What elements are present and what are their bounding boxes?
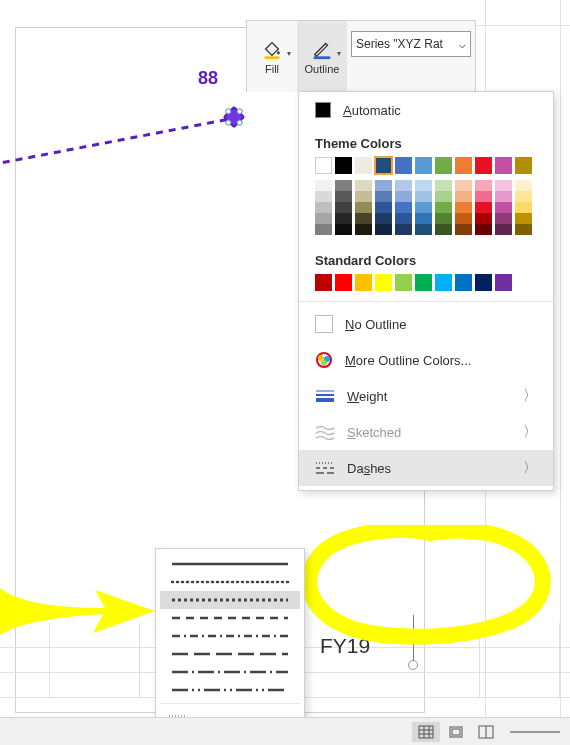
color-swatch[interactable]: [355, 191, 372, 202]
color-swatch[interactable]: [515, 224, 532, 235]
color-swatch[interactable]: [515, 213, 532, 224]
dash-option-dash-dot[interactable]: [160, 627, 300, 645]
color-swatch[interactable]: [375, 213, 392, 224]
color-swatch[interactable]: [355, 224, 372, 235]
dash-option-square-dot[interactable]: [160, 591, 300, 609]
color-swatch[interactable]: [455, 224, 472, 235]
no-outline-item[interactable]: No Outline: [299, 306, 553, 342]
color-swatch[interactable]: [375, 191, 392, 202]
color-swatch[interactable]: [415, 202, 432, 213]
color-swatch[interactable]: [355, 157, 372, 174]
view-page-layout-button[interactable]: [442, 722, 470, 742]
color-swatch[interactable]: [455, 202, 472, 213]
color-swatch[interactable]: [495, 274, 512, 291]
color-swatch[interactable]: [335, 157, 352, 174]
color-swatch[interactable]: [475, 191, 492, 202]
dash-option-dash[interactable]: [160, 609, 300, 627]
color-swatch[interactable]: [435, 274, 452, 291]
outline-button[interactable]: ▾ Outline: [297, 21, 347, 91]
color-swatch[interactable]: [355, 180, 372, 191]
color-swatch[interactable]: [335, 213, 352, 224]
color-swatch[interactable]: [375, 274, 392, 291]
color-swatch[interactable]: [475, 202, 492, 213]
zoom-slider[interactable]: [510, 731, 560, 733]
color-swatch[interactable]: [415, 274, 432, 291]
color-swatch[interactable]: [415, 224, 432, 235]
chart-element-selector[interactable]: Series "XYZ Rat ⌵: [351, 31, 471, 57]
color-swatch[interactable]: [335, 224, 352, 235]
dash-option-long-dash-dot-dot[interactable]: [160, 681, 300, 699]
color-swatch[interactable]: [475, 224, 492, 235]
chart-data-label[interactable]: 88: [198, 68, 218, 89]
color-swatch[interactable]: [395, 274, 412, 291]
color-swatch[interactable]: [435, 191, 452, 202]
color-swatch[interactable]: [315, 274, 332, 291]
color-swatch[interactable]: [415, 191, 432, 202]
color-swatch[interactable]: [515, 157, 532, 174]
color-swatch[interactable]: [495, 191, 512, 202]
color-swatch[interactable]: [455, 157, 472, 174]
color-swatch[interactable]: [315, 157, 332, 174]
color-swatch[interactable]: [475, 157, 492, 174]
color-swatch[interactable]: [495, 224, 512, 235]
color-swatch[interactable]: [395, 213, 412, 224]
automatic-color-item[interactable]: Automatic: [299, 92, 553, 128]
color-swatch[interactable]: [455, 180, 472, 191]
color-swatch[interactable]: [355, 202, 372, 213]
weight-item[interactable]: Weight 〉: [299, 378, 553, 414]
color-swatch[interactable]: [395, 224, 412, 235]
color-swatch[interactable]: [315, 191, 332, 202]
color-swatch[interactable]: [435, 224, 452, 235]
color-swatch[interactable]: [435, 202, 452, 213]
color-swatch[interactable]: [515, 180, 532, 191]
color-swatch[interactable]: [495, 157, 512, 174]
color-swatch[interactable]: [415, 213, 432, 224]
axis-category-label[interactable]: FY19: [320, 634, 370, 658]
color-swatch[interactable]: [455, 274, 472, 291]
color-swatch[interactable]: [335, 274, 352, 291]
color-swatch[interactable]: [355, 213, 372, 224]
theme-color-shades: [299, 180, 553, 245]
dash-option-round-dot[interactable]: [160, 573, 300, 591]
color-swatch[interactable]: [395, 157, 412, 174]
dash-option-long-dash-dot[interactable]: [160, 663, 300, 681]
color-swatch[interactable]: [335, 191, 352, 202]
color-swatch[interactable]: [475, 213, 492, 224]
color-swatch[interactable]: [315, 180, 332, 191]
color-swatch[interactable]: [515, 191, 532, 202]
color-swatch[interactable]: [355, 274, 372, 291]
dashes-item[interactable]: Dashes 〉: [299, 450, 553, 486]
color-swatch[interactable]: [455, 191, 472, 202]
view-page-break-button[interactable]: [472, 722, 500, 742]
color-swatch[interactable]: [375, 202, 392, 213]
color-swatch[interactable]: [395, 180, 412, 191]
more-outline-colors-item[interactable]: More Outline Colors...: [299, 342, 553, 378]
color-swatch[interactable]: [375, 157, 392, 174]
color-swatch[interactable]: [335, 180, 352, 191]
color-swatch[interactable]: [315, 202, 332, 213]
color-swatch[interactable]: [415, 157, 432, 174]
color-swatch[interactable]: [315, 213, 332, 224]
color-swatch[interactable]: [475, 180, 492, 191]
color-swatch[interactable]: [375, 180, 392, 191]
color-swatch[interactable]: [435, 180, 452, 191]
color-swatch[interactable]: [435, 157, 452, 174]
color-swatch[interactable]: [335, 202, 352, 213]
color-swatch[interactable]: [375, 224, 392, 235]
color-swatch[interactable]: [495, 213, 512, 224]
color-swatch[interactable]: [315, 224, 332, 235]
color-swatch[interactable]: [495, 202, 512, 213]
color-swatch[interactable]: [395, 191, 412, 202]
fill-button[interactable]: ▾ Fill: [247, 21, 297, 91]
dash-option-solid[interactable]: [160, 555, 300, 573]
color-swatch[interactable]: [475, 274, 492, 291]
color-swatch[interactable]: [435, 213, 452, 224]
color-swatch[interactable]: [515, 202, 532, 213]
color-swatch[interactable]: [415, 180, 432, 191]
view-normal-button[interactable]: [412, 722, 440, 742]
color-swatch[interactable]: [495, 180, 512, 191]
dash-option-long-dash[interactable]: [160, 645, 300, 663]
color-swatch[interactable]: [395, 202, 412, 213]
color-swatch[interactable]: [455, 213, 472, 224]
separator: [299, 301, 553, 302]
